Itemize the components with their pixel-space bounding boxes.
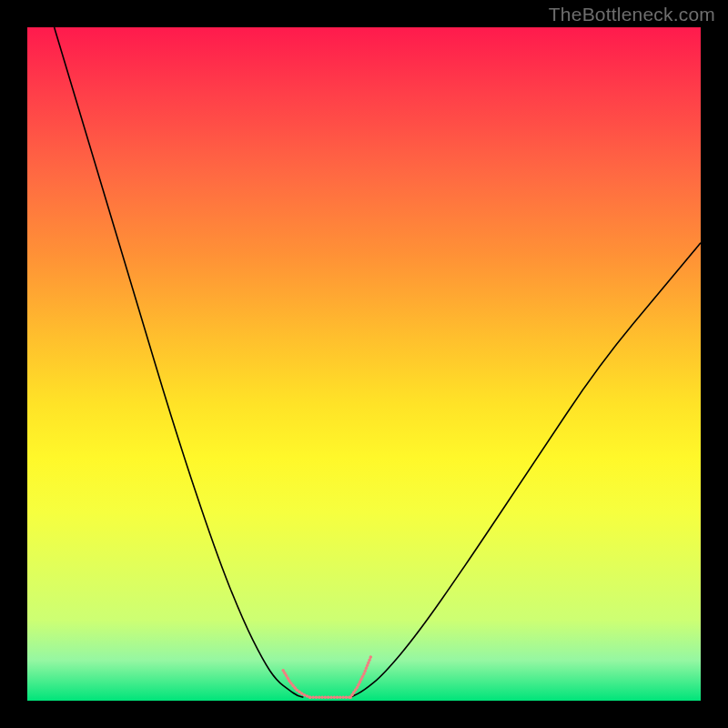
watermark-text: TheBottleneck.com — [549, 4, 715, 25]
plot-area — [27, 27, 701, 701]
marker-bottom-marker-left — [283, 671, 310, 698]
chart-frame: TheBottleneck.com — [0, 0, 728, 728]
curves-svg — [27, 27, 701, 701]
series-group — [55, 27, 701, 697]
curve-right-curve — [350, 243, 701, 698]
curve-left-curve — [55, 27, 304, 697]
